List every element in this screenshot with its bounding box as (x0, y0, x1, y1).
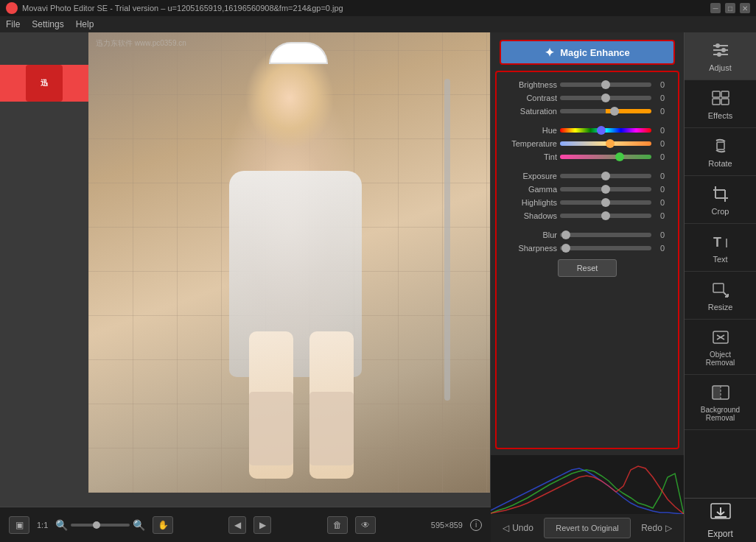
tool-text[interactable]: T Text (685, 224, 756, 272)
gamma-value: 0 (654, 185, 671, 194)
revert-button[interactable]: Revert to Original (544, 518, 631, 538)
zoom-control[interactable]: 🔍 🔍 (55, 519, 145, 531)
tool-crop[interactable]: Crop (685, 176, 756, 224)
svg-rect-10 (721, 99, 729, 105)
menu-file[interactable]: File (6, 19, 20, 29)
brightness-slider[interactable] (560, 82, 651, 87)
gamma-thumb[interactable] (601, 185, 610, 194)
histogram-area (491, 455, 684, 514)
zoom-slider[interactable] (71, 524, 130, 527)
next-image-button[interactable]: ▶ (253, 516, 271, 534)
tint-slider[interactable] (560, 155, 651, 159)
gamma-label: Gamma (504, 185, 557, 194)
gamma-slider[interactable] (560, 187, 651, 191)
effects-icon (709, 88, 732, 108)
tint-thumb[interactable] (615, 152, 624, 161)
blur-value: 0 (654, 230, 671, 239)
exposure-value: 0 (654, 172, 671, 180)
window-controls[interactable]: ─ □ ✕ (710, 3, 750, 13)
blur-label: Blur (504, 230, 557, 239)
sharpness-label: Sharpness (504, 244, 557, 253)
tint-value: 0 (654, 152, 671, 161)
highlights-thumb[interactable] (601, 198, 610, 207)
crop-icon (709, 183, 732, 204)
rotate-label: Rotate (708, 159, 732, 168)
logo-area: 迅 (0, 65, 88, 102)
temperature-label: Temperature (504, 139, 557, 148)
contrast-slider[interactable] (560, 96, 651, 100)
eye-button[interactable]: 👁 (355, 516, 376, 534)
contrast-value: 0 (654, 94, 671, 102)
export-icon (709, 501, 732, 526)
gamma-row: Gamma 0 (497, 183, 678, 196)
tool-effects[interactable]: Effects (685, 80, 756, 128)
shadows-label: Shadows (504, 211, 557, 220)
reset-button[interactable]: Reset (558, 259, 617, 277)
canvas-image (88, 32, 490, 493)
tool-adjust[interactable]: Adjust (685, 32, 756, 80)
hand-tool-button[interactable]: ✋ (153, 516, 173, 534)
zoom-out-icon[interactable]: 🔍 (55, 519, 68, 531)
sharpness-thumb[interactable] (561, 244, 570, 253)
shadows-slider[interactable] (560, 214, 651, 218)
magic-enhance-button[interactable]: ✦ Magic Enhance (500, 40, 675, 65)
info-icon[interactable]: i (470, 519, 482, 531)
menu-settings[interactable]: Settings (32, 19, 63, 29)
highlights-slider[interactable] (560, 200, 651, 205)
shadows-thumb[interactable] (601, 211, 610, 220)
exposure-label: Exposure (504, 172, 557, 180)
main-layout: 迅 (0, 32, 756, 542)
view-toggle-button[interactable]: ▣ (9, 516, 29, 534)
tint-label: Tint (504, 152, 557, 161)
image-dimensions: 595×859 (431, 521, 463, 529)
tool-background-removal[interactable]: BackgroundRemoval (685, 375, 756, 430)
minimize-button[interactable]: ─ (710, 3, 721, 13)
menu-bar: File Settings Help (0, 16, 756, 32)
saturation-thumb[interactable] (610, 107, 619, 116)
hue-slider[interactable] (560, 128, 651, 133)
adjust-icon (709, 40, 732, 60)
zoom-in-icon[interactable]: 🔍 (133, 519, 145, 531)
highlights-row: Highlights 0 (497, 196, 678, 209)
blur-thumb[interactable] (561, 230, 570, 239)
export-label: Export (707, 529, 733, 539)
object-removal-icon (709, 327, 732, 348)
magic-enhance-label: Magic Enhance (560, 47, 630, 58)
maximize-button[interactable]: □ (725, 3, 735, 13)
crop-label: Crop (712, 207, 729, 216)
shadows-row: Shadows 0 (497, 209, 678, 222)
delete-button[interactable]: 🗑 (327, 516, 348, 534)
background-removal-label: BackgroundRemoval (701, 406, 740, 422)
prev-image-button[interactable]: ◀ (228, 516, 246, 534)
brightness-thumb[interactable] (601, 80, 610, 89)
contrast-label: Contrast (504, 94, 557, 102)
undo-button[interactable]: ◁ Undo (497, 523, 539, 533)
hue-label: Hue (504, 126, 557, 135)
svg-point-2 (715, 43, 720, 48)
sharpness-slider[interactable] (560, 246, 651, 250)
svg-point-6 (717, 52, 721, 57)
background-removal-icon (709, 382, 732, 403)
export-button[interactable]: Export (685, 498, 756, 542)
tool-resize[interactable]: Resize (685, 272, 756, 320)
menu-help[interactable]: Help (76, 19, 94, 29)
blur-slider[interactable] (560, 233, 651, 237)
hue-thumb[interactable] (597, 126, 606, 135)
canvas-area: 迅 (0, 32, 491, 542)
exposure-row: Exposure 0 (497, 169, 678, 183)
saturation-slider[interactable] (560, 109, 651, 113)
tool-object-removal[interactable]: ObjectRemoval (685, 320, 756, 375)
temperature-slider[interactable] (560, 141, 651, 146)
temperature-thumb[interactable] (606, 139, 615, 148)
magic-star-icon: ✦ (545, 46, 554, 60)
contrast-thumb[interactable] (601, 94, 610, 102)
tool-rotate[interactable]: Rotate (685, 128, 756, 176)
resize-label: Resize (708, 303, 733, 312)
brightness-label: Brightness (504, 80, 557, 89)
exposure-thumb[interactable] (601, 172, 610, 180)
adjust-label: Adjust (709, 63, 732, 72)
redo-button[interactable]: Redo ▷ (635, 523, 678, 533)
svg-rect-18 (713, 284, 724, 292)
exposure-slider[interactable] (560, 174, 651, 178)
close-button[interactable]: ✕ (740, 3, 750, 13)
